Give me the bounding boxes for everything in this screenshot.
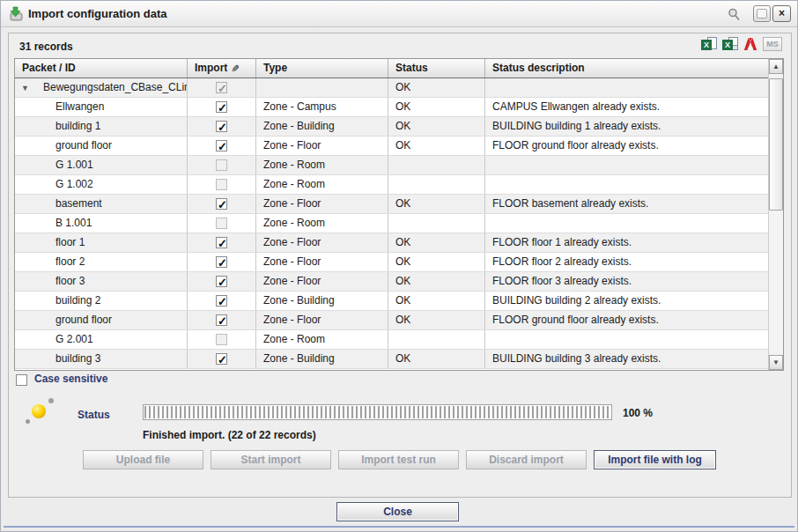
import-checkbox bbox=[216, 334, 227, 345]
status-description-cell: BUILDING building 1 already exists. bbox=[485, 117, 769, 136]
import-checkbox[interactable] bbox=[216, 121, 227, 132]
packet-id-label: G 1.001 bbox=[22, 159, 93, 171]
table-row[interactable]: ▼Bewegungsdaten_CBase_CLine_OK bbox=[15, 78, 769, 98]
import-checkbox[interactable] bbox=[216, 237, 227, 248]
packet-id-label: building 3 bbox=[22, 352, 100, 365]
upload-file-button[interactable]: Upload file bbox=[83, 450, 203, 469]
import-icon bbox=[8, 6, 24, 22]
type-cell: Zone - Room bbox=[256, 175, 388, 194]
import-checkbox bbox=[216, 218, 227, 229]
status-cell: OK bbox=[388, 117, 485, 136]
expander-icon[interactable]: ▼ bbox=[21, 78, 29, 97]
table-row[interactable]: building 2Zone - BuildingOKBUILDING buil… bbox=[15, 292, 769, 311]
type-cell: Zone - Floor bbox=[256, 233, 388, 252]
table-row[interactable]: ground floorZone - FloorOKFLOOR ground f… bbox=[15, 137, 769, 156]
type-cell: Zone - Building bbox=[256, 117, 388, 136]
type-cell: Zone - Room bbox=[256, 214, 388, 233]
case-sensitive-checkbox[interactable] bbox=[16, 374, 27, 386]
import-checkbox[interactable] bbox=[216, 101, 227, 113]
column-header-status-description[interactable]: Status description bbox=[485, 59, 769, 78]
pin-icon[interactable] bbox=[728, 8, 741, 21]
type-cell: Zone - Floor bbox=[256, 311, 388, 329]
status-cell bbox=[388, 214, 485, 233]
column-header-import[interactable]: Import✎ bbox=[188, 59, 256, 78]
table-row[interactable]: floor 3Zone - FloorOKFLOOR floor 3 alrea… bbox=[15, 272, 769, 292]
type-cell: Zone - Floor bbox=[256, 272, 388, 291]
scroll-up-icon[interactable]: ▲ bbox=[769, 59, 783, 74]
scroll-down-icon[interactable]: ▼ bbox=[769, 355, 783, 370]
status-cell bbox=[388, 156, 485, 174]
maximize-icon bbox=[757, 9, 767, 18]
table-row[interactable]: B 1.001Zone - Room bbox=[15, 214, 769, 233]
column-header-status[interactable]: Status bbox=[388, 59, 485, 78]
import-checkbox[interactable] bbox=[216, 140, 227, 151]
vertical-scrollbar[interactable]: ▲ ▼ bbox=[768, 59, 783, 370]
status-description-cell: FLOOR ground floor already exists. bbox=[485, 311, 769, 329]
export-ms-button[interactable]: MS bbox=[763, 37, 782, 51]
import-checkbox[interactable] bbox=[216, 353, 227, 365]
table-row[interactable]: G 1.002Zone - Room bbox=[15, 175, 769, 195]
type-cell bbox=[256, 78, 388, 97]
table-row[interactable]: floor 2Zone - FloorOKFLOOR floor 2 alrea… bbox=[15, 253, 769, 272]
status-description-cell: FLOOR floor 3 already exists. bbox=[485, 272, 769, 291]
table-row[interactable]: building 1Zone - BuildingOKBUILDING buil… bbox=[15, 117, 769, 137]
start-import-button[interactable]: Start import bbox=[211, 450, 331, 469]
table-row[interactable]: basementZone - FloorOKFLOOR basement alr… bbox=[15, 195, 769, 214]
type-cell: Zone - Floor bbox=[256, 253, 388, 271]
table-header-row: Packet / ID Import✎ Type Status Status d… bbox=[15, 59, 783, 78]
table-row[interactable]: EllwangenZone - CampusOKCAMPUS Ellwangen… bbox=[15, 98, 769, 117]
status-description-cell bbox=[485, 78, 769, 97]
status-label: Status bbox=[78, 409, 110, 421]
status-description-cell: BUILDING building 2 already exists. bbox=[485, 292, 769, 310]
export-pdf-icon[interactable] bbox=[743, 37, 757, 51]
titlebar[interactable]: Import configuration data × bbox=[1, 1, 797, 27]
packet-id-label: ground floor bbox=[22, 139, 112, 151]
table-row[interactable]: floor 1Zone - FloorOKFLOOR floor 1 alrea… bbox=[15, 233, 769, 253]
import-checkbox bbox=[216, 179, 227, 190]
table-row[interactable]: G 1.001Zone - Room bbox=[15, 156, 769, 175]
maximize-button[interactable] bbox=[753, 5, 771, 22]
column-header-type[interactable]: Type bbox=[256, 59, 388, 78]
status-description-cell bbox=[485, 156, 769, 174]
progress-bar-fill bbox=[144, 406, 610, 418]
status-description-cell: FLOOR basement already exists. bbox=[485, 195, 769, 213]
close-button[interactable]: Close bbox=[336, 502, 459, 521]
window-close-button[interactable]: × bbox=[772, 5, 791, 22]
status-description-cell bbox=[485, 330, 769, 349]
packet-id-label: G 1.002 bbox=[22, 178, 93, 190]
status-cell: OK bbox=[388, 78, 485, 97]
type-cell: Zone - Room bbox=[256, 330, 388, 349]
progress-percent: 100 % bbox=[623, 407, 653, 419]
import-file-with-log-button[interactable]: Import file with log bbox=[594, 450, 716, 469]
export-excel-selection-icon[interactable]: X bbox=[722, 37, 738, 51]
table-row[interactable]: building 3Zone - BuildingOKBUILDING buil… bbox=[15, 350, 769, 369]
type-cell: Zone - Floor bbox=[256, 137, 388, 155]
import-checkbox[interactable] bbox=[216, 198, 227, 210]
status-description-cell: BUILDING building 3 already exists. bbox=[485, 350, 769, 368]
table-row[interactable]: ground floorZone - FloorOKFLOOR ground f… bbox=[15, 311, 769, 330]
import-checkbox[interactable] bbox=[216, 276, 227, 287]
case-sensitive-row: Case sensitive bbox=[16, 371, 107, 386]
packet-id-label: B 1.001 bbox=[22, 217, 92, 229]
import-test-run-button[interactable]: Import test run bbox=[338, 450, 459, 469]
import-table: Packet / ID Import✎ Type Status Status d… bbox=[14, 58, 784, 371]
status-cell bbox=[388, 175, 485, 194]
import-checkbox[interactable] bbox=[216, 314, 227, 326]
action-buttons: Upload fileStart importImport test runDi… bbox=[83, 450, 716, 469]
scrollbar-thumb[interactable] bbox=[769, 78, 783, 211]
status-cell: OK bbox=[388, 311, 485, 329]
status-cell: OK bbox=[388, 233, 485, 252]
table-row[interactable]: G 2.001Zone - Room bbox=[15, 330, 769, 350]
status-cell: OK bbox=[388, 292, 485, 310]
status-cell: OK bbox=[388, 272, 485, 291]
column-header-packet-id[interactable]: Packet / ID bbox=[15, 59, 188, 78]
import-checkbox[interactable] bbox=[216, 256, 227, 268]
import-checkbox[interactable] bbox=[216, 295, 227, 307]
discard-import-button[interactable]: Discard import bbox=[466, 450, 587, 469]
export-excel-icon[interactable]: X bbox=[701, 37, 717, 51]
status-description-cell: FLOOR floor 2 already exists. bbox=[485, 253, 769, 271]
packet-id-label: basement bbox=[22, 197, 102, 210]
packet-id-label: building 1 bbox=[22, 120, 100, 132]
status-cell: OK bbox=[388, 137, 485, 155]
packet-id-label: G 2.001 bbox=[22, 333, 93, 345]
